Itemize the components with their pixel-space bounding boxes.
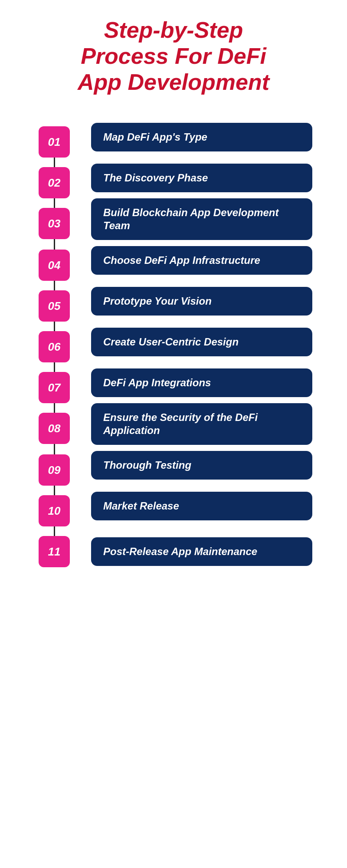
timeline-line-top (54, 158, 55, 167)
step-left-col: 11 (35, 526, 74, 577)
step-right-col: Build Blockchain App Development Team (74, 198, 312, 240)
step-row: 10Market Release (35, 486, 312, 526)
step-right-col: Prototype Your Vision (74, 281, 312, 322)
timeline-line-top (54, 526, 55, 536)
step-left-col: 07 (35, 362, 74, 403)
step-row: 09Thorough Testing (35, 445, 312, 486)
step-row: 03Build Blockchain App Development Team (35, 198, 312, 240)
step-right-col: Ensure the Security of the DeFi Applicat… (74, 403, 312, 445)
step-row: 01Map DeFi App's Type (35, 117, 312, 158)
step-row: 06Create User-Centric Design (35, 322, 312, 362)
timeline-line-top (54, 240, 55, 250)
step-number-09: 09 (39, 454, 70, 486)
step-right-col: The Discovery Phase (74, 158, 312, 198)
timeline-line-top (54, 322, 55, 331)
step-left-col: 05 (35, 281, 74, 322)
step-label-09: Thorough Testing (91, 451, 312, 480)
step-right-col: Create User-Centric Design (74, 322, 312, 362)
step-right-col: Market Release (74, 486, 312, 526)
step-right-col: DeFi App Integrations (74, 362, 312, 403)
step-label-01: Map DeFi App's Type (91, 123, 312, 151)
timeline-line-top (54, 403, 55, 413)
step-number-07: 07 (39, 372, 70, 403)
step-left-col: 01 (35, 117, 74, 158)
step-number-05: 05 (39, 290, 70, 322)
step-number-06: 06 (39, 331, 70, 362)
step-left-col: 04 (35, 240, 74, 281)
step-number-08: 08 (39, 413, 70, 444)
step-number-03: 03 (39, 208, 70, 239)
page-title: Step-by-Step Process For DeFi App Develo… (78, 17, 269, 95)
step-row: 07DeFi App Integrations (35, 362, 312, 403)
step-label-08: Ensure the Security of the DeFi Applicat… (91, 403, 312, 445)
step-left-col: 09 (35, 445, 74, 486)
step-right-col: Post-Release App Maintenance (74, 526, 312, 577)
step-row: 08Ensure the Security of the DeFi Applic… (35, 403, 312, 445)
step-number-10: 10 (39, 495, 70, 526)
step-left-col: 10 (35, 486, 74, 526)
step-left-col: 06 (35, 322, 74, 362)
step-label-03: Build Blockchain App Development Team (91, 198, 312, 240)
step-left-col: 02 (35, 158, 74, 198)
step-left-col: 03 (35, 198, 74, 240)
timeline-line-top (54, 445, 55, 454)
step-label-11: Post-Release App Maintenance (91, 537, 312, 566)
step-number-02: 02 (39, 167, 70, 198)
step-label-06: Create User-Centric Design (91, 328, 312, 356)
step-number-11: 11 (39, 536, 70, 567)
step-row: 05Prototype Your Vision (35, 281, 312, 322)
step-left-col: 08 (35, 403, 74, 445)
timeline-line-top (54, 486, 55, 495)
step-row: 02The Discovery Phase (35, 158, 312, 198)
step-number-01: 01 (39, 126, 70, 158)
step-label-10: Market Release (91, 492, 312, 520)
step-label-05: Prototype Your Vision (91, 287, 312, 316)
step-right-col: Map DeFi App's Type (74, 117, 312, 158)
step-row: 04Choose DeFi App Infrastructure (35, 240, 312, 281)
step-right-col: Choose DeFi App Infrastructure (74, 240, 312, 281)
step-row: 11Post-Release App Maintenance (35, 526, 312, 577)
step-right-col: Thorough Testing (74, 445, 312, 486)
step-number-04: 04 (39, 250, 70, 281)
steps-list: 01Map DeFi App's Type02The Discovery Pha… (35, 117, 312, 577)
timeline-line-top (54, 362, 55, 372)
step-label-02: The Discovery Phase (91, 164, 312, 192)
timeline-line-top (54, 281, 55, 290)
step-label-07: DeFi App Integrations (91, 368, 312, 397)
step-label-04: Choose DeFi App Infrastructure (91, 246, 312, 275)
timeline-line-top (54, 198, 55, 208)
